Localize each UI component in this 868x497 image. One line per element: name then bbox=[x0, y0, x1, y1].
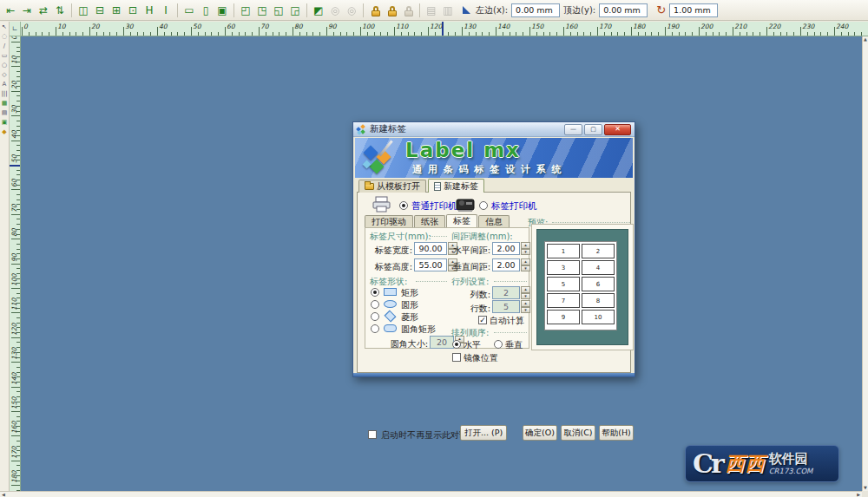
shape-ellipse-label[interactable]: 圆形 bbox=[401, 299, 418, 311]
v-spacing-spinner[interactable]: ▴▾ bbox=[521, 258, 530, 271]
scroll-up-icon[interactable]: ▲ bbox=[864, 37, 867, 42]
same-width-icon[interactable]: ▭ bbox=[181, 3, 197, 18]
h-spacing-input[interactable]: 2.00 bbox=[492, 242, 520, 255]
send-backward-icon[interactable]: ◲ bbox=[287, 3, 303, 18]
step-input[interactable]: 1.00 mm bbox=[669, 3, 718, 17]
shape-roundrect-label[interactable]: 圆角矩形 bbox=[401, 324, 436, 336]
shape-rect-label[interactable]: 矩形 bbox=[401, 287, 418, 299]
same-size-icon[interactable]: ▣ bbox=[214, 3, 230, 18]
equal-vertical-spacing-icon[interactable]: I bbox=[158, 3, 174, 18]
normal-printer-label[interactable]: 普通打印机 bbox=[411, 200, 457, 213]
line-tool-icon[interactable]: / bbox=[1, 43, 9, 49]
view-option2-icon[interactable]: ◎ bbox=[344, 3, 359, 18]
help-button[interactable]: 帮助(H) bbox=[599, 425, 634, 441]
ruler-label: 100 bbox=[362, 23, 374, 30]
ruler-tick bbox=[380, 32, 381, 36]
horizontal-scrollbar[interactable]: ◀ ▶ bbox=[0, 491, 862, 497]
diamond-shape-icon bbox=[384, 310, 396, 322]
left-x-input[interactable]: 0.00 mm bbox=[511, 3, 560, 17]
cancel-button[interactable]: 取消(C) bbox=[561, 425, 595, 441]
bring-forward-icon[interactable]: ◱ bbox=[271, 3, 286, 18]
lock-icon[interactable] bbox=[367, 3, 383, 18]
diamond-tool-icon[interactable]: ◇ bbox=[1, 72, 9, 78]
v-spacing-input[interactable]: 2.00 bbox=[492, 258, 520, 271]
order-horizontal-radio[interactable] bbox=[452, 340, 461, 349]
image-tool-icon[interactable]: ▦ bbox=[1, 101, 9, 107]
order-vertical-radio[interactable] bbox=[494, 340, 503, 349]
shape-roundrect-radio[interactable] bbox=[371, 324, 379, 333]
view-option-icon[interactable]: ◎ bbox=[327, 3, 343, 18]
tab-new-label[interactable]: 新建标签 bbox=[428, 179, 484, 193]
mirror-label[interactable]: 镜像位置 bbox=[464, 352, 498, 364]
order-horizontal-label[interactable]: 水平 bbox=[464, 339, 481, 351]
barcode-tool-icon[interactable]: ||| bbox=[1, 91, 9, 97]
dialog-content: 普通打印机 标签打印机 打印驱动 纸张 标签 信息 预览: bbox=[357, 192, 631, 373]
shape-diamond-label[interactable]: 菱形 bbox=[401, 311, 418, 324]
minimize-button[interactable]: — bbox=[564, 124, 582, 135]
label-printer-label[interactable]: 标签打印机 bbox=[491, 200, 537, 213]
print-disabled-icon[interactable]: ▤ bbox=[424, 3, 439, 18]
rectangle-tool-icon[interactable]: ▭ bbox=[1, 53, 9, 59]
ruler-tick bbox=[16, 126, 20, 127]
ruler-tick bbox=[374, 32, 375, 36]
order-icon[interactable]: ◩ bbox=[311, 3, 326, 18]
scroll-left-icon[interactable]: ◀ bbox=[2, 493, 5, 497]
horizontal-ruler[interactable]: 0102030405060708090100110120130140150160… bbox=[21, 22, 868, 36]
align-right-edge-icon[interactable]: ⇥ bbox=[19, 3, 35, 18]
ruler-label: 80 bbox=[10, 229, 18, 238]
center-vertical-page-icon[interactable]: ⊟ bbox=[92, 3, 108, 18]
close-button[interactable]: ✕ bbox=[604, 124, 631, 135]
maximize-button[interactable]: ▢ bbox=[584, 124, 602, 135]
align-middle-icon[interactable]: ⊞ bbox=[108, 3, 124, 18]
shape-diamond-radio[interactable] bbox=[371, 312, 379, 321]
label-width-input[interactable]: 90.00 bbox=[414, 242, 447, 255]
print-preview-disabled-icon[interactable]: ▥ bbox=[440, 3, 456, 18]
tab-label[interactable]: 标签 bbox=[446, 214, 477, 227]
same-height-icon[interactable]: ▯ bbox=[198, 3, 214, 18]
shape-ellipse-radio[interactable] bbox=[371, 300, 379, 309]
distribute-horizontal-icon[interactable]: ⇄ bbox=[36, 3, 51, 18]
top-y-input[interactable]: 0.00 mm bbox=[599, 3, 648, 17]
vertical-scrollbar[interactable]: ▲ ▼ bbox=[862, 36, 868, 491]
text-tool-icon[interactable]: A bbox=[1, 82, 9, 88]
scroll-down-icon[interactable]: ▼ bbox=[864, 486, 867, 490]
tab-info[interactable]: 信息 bbox=[478, 215, 510, 227]
dialog-titlebar[interactable]: 新建标签 — ▢ ✕ bbox=[353, 122, 635, 137]
mirror-checkbox[interactable] bbox=[452, 353, 461, 362]
ok-button[interactable]: 确定(O) bbox=[523, 425, 557, 441]
vertical-ruler[interactable]: 0102030405060708090100110120130140150160… bbox=[10, 36, 21, 491]
auto-calc-label[interactable]: 自动计算 bbox=[490, 315, 524, 327]
distribute-vertical-icon[interactable]: ⇅ bbox=[52, 3, 68, 18]
tab-print-driver[interactable]: 打印驱动 bbox=[365, 215, 413, 227]
equal-horizontal-spacing-icon[interactable]: H bbox=[141, 3, 157, 18]
ellipse-tool-icon[interactable]: ○ bbox=[1, 62, 9, 69]
lock-all-icon[interactable] bbox=[384, 3, 399, 18]
align-center-icon[interactable]: ⊡ bbox=[125, 3, 141, 18]
startup-checkbox[interactable] bbox=[368, 430, 377, 439]
scroll-right-icon[interactable]: ▶ bbox=[857, 493, 860, 497]
shape-rect-radio[interactable] bbox=[371, 288, 379, 297]
center-horizontal-page-icon[interactable]: ◫ bbox=[76, 3, 91, 18]
label-height-input[interactable]: 55.00 bbox=[414, 258, 447, 271]
fill-tool-icon[interactable]: ▣ bbox=[1, 120, 9, 126]
zoom-tool-icon[interactable]: ◌ bbox=[1, 34, 9, 40]
open-button[interactable]: 打开... (P) bbox=[460, 425, 507, 441]
auto-calc-checkbox[interactable] bbox=[478, 316, 487, 324]
ruler-tick bbox=[854, 32, 855, 36]
order-vertical-label[interactable]: 垂直 bbox=[505, 339, 523, 351]
select-tool-icon[interactable]: ↖ bbox=[1, 24, 9, 30]
ruler-label: 10 bbox=[10, 56, 18, 65]
bring-to-front-icon[interactable]: ◰ bbox=[238, 3, 253, 18]
color-tool-icon[interactable]: ◆ bbox=[1, 129, 9, 135]
unlock-icon[interactable] bbox=[400, 3, 416, 18]
tab-open-from-template[interactable]: 从模板打开 bbox=[358, 180, 426, 193]
align-left-edge-icon[interactable]: ⇤ bbox=[3, 3, 18, 18]
send-to-back-icon[interactable]: ◳ bbox=[254, 3, 270, 18]
ruler-label: 120 bbox=[10, 323, 18, 335]
table-tool-icon[interactable]: ▤ bbox=[1, 110, 9, 116]
h-spacing-spinner[interactable]: ▴▾ bbox=[521, 242, 530, 255]
preview-cell: 2 bbox=[582, 244, 615, 258]
tab-paper[interactable]: 纸张 bbox=[414, 215, 445, 227]
normal-printer-radio[interactable] bbox=[399, 201, 408, 210]
label-printer-radio[interactable] bbox=[479, 201, 488, 210]
